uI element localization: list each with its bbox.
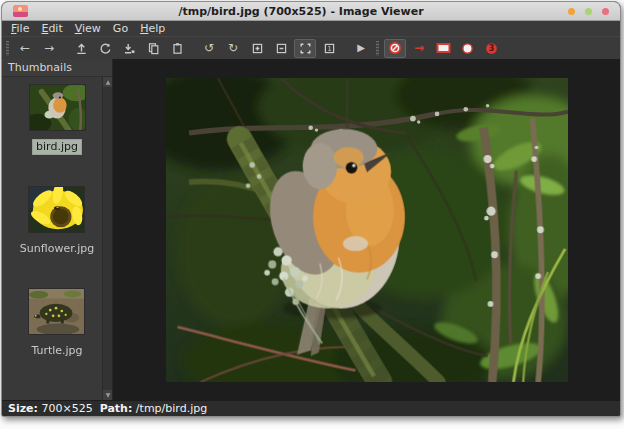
size-label: Size: [8, 402, 38, 415]
red-ellipse-icon [461, 42, 474, 55]
toolbar-grip[interactable] [6, 41, 9, 56]
zoom-original-icon: 1 [323, 42, 336, 55]
window-title: /tmp/bird.jpg (700x525) - Image Viewer [42, 5, 560, 18]
back-button[interactable]: ← [14, 39, 36, 58]
app-icon [13, 5, 28, 17]
thumbnails-sidebar: Thumbnails [2, 59, 113, 400]
red-arrow-icon: → [414, 42, 424, 54]
back-icon: ← [20, 42, 30, 54]
svg-text:1: 1 [327, 45, 331, 53]
forward-button[interactable]: → [38, 39, 60, 58]
path-label: Path: [100, 402, 133, 415]
thumbnail-list: bird.jpg [2, 76, 112, 400]
no-entry-icon [388, 41, 402, 55]
menu-help[interactable]: Help [134, 21, 171, 36]
red-rectangle-icon [436, 42, 451, 54]
zoom-out-icon [275, 42, 288, 55]
zoom-fit-icon [299, 42, 312, 55]
rotate-right-icon: ↻ [228, 42, 238, 54]
titlebar[interactable]: /tmp/bird.jpg (700x525) - Image Viewer [2, 2, 620, 21]
paste-icon [171, 42, 184, 55]
image-viewer-window: /tmp/bird.jpg (700x525) - Image Viewer F… [1, 1, 621, 417]
svg-text:3: 3 [488, 44, 494, 53]
thumb-label-bird[interactable]: bird.jpg [33, 140, 81, 154]
rotate-right-button[interactable]: ↻ [222, 39, 244, 58]
minimize-button[interactable] [568, 8, 575, 15]
rotate-left-icon: ↺ [204, 42, 214, 54]
list-item-sunflower[interactable]: Sunflower.jpg [17, 186, 97, 256]
reload-button[interactable] [94, 39, 116, 58]
annotations-off-button[interactable] [384, 39, 406, 58]
toolbar-grip-2[interactable] [376, 41, 379, 56]
maximize-button[interactable] [585, 8, 592, 15]
scroll-down-button[interactable]: ▼ [103, 390, 112, 400]
size-value: 700×525 [38, 402, 100, 415]
menubar: File Edit View Go Help [2, 21, 620, 36]
content-area: Thumbnails [2, 59, 620, 400]
zoom-out-button[interactable] [270, 39, 292, 58]
open-button[interactable] [70, 39, 92, 58]
list-item-bird[interactable]: bird.jpg [29, 84, 86, 154]
sunflower-thumbnail[interactable] [28, 186, 85, 233]
image-canvas[interactable] [113, 59, 620, 400]
menu-go[interactable]: Go [107, 21, 134, 36]
sidebar-scrollbar[interactable]: ▲ ▼ [102, 77, 112, 400]
zoom-in-icon [251, 42, 264, 55]
menu-view[interactable]: View [69, 21, 107, 36]
save-icon [123, 42, 136, 55]
thumb-label-sunflower[interactable]: Sunflower.jpg [17, 242, 97, 256]
count-badge-icon: 3 [485, 42, 498, 55]
sidebar-title: Thumbnails [2, 59, 112, 76]
zoom-in-button[interactable] [246, 39, 268, 58]
bird-thumbnail[interactable] [29, 84, 86, 131]
rotate-left-button[interactable]: ↺ [198, 39, 220, 58]
annotation-count-badge[interactable]: 3 [480, 39, 502, 58]
zoom-fit-button[interactable] [294, 39, 316, 58]
annotation-ellipse-button[interactable] [456, 39, 478, 58]
save-button[interactable] [118, 39, 140, 58]
reload-icon [99, 42, 112, 55]
zoom-original-button[interactable]: 1 [318, 39, 340, 58]
menu-edit[interactable]: Edit [35, 21, 68, 36]
annotation-rectangle-button[interactable] [432, 39, 454, 58]
slideshow-button[interactable]: ▶ [350, 39, 372, 58]
copy-button[interactable] [142, 39, 164, 58]
list-item-turtle[interactable]: Turtle.jpg [28, 288, 85, 358]
close-button[interactable] [602, 8, 609, 15]
thumb-label-turtle[interactable]: Turtle.jpg [28, 344, 85, 358]
copy-icon [147, 42, 160, 55]
play-icon: ▶ [357, 43, 365, 53]
path-value: /tmp/bird.jpg [132, 402, 207, 415]
forward-icon: → [44, 42, 54, 54]
paste-button[interactable] [166, 39, 188, 58]
window-controls [568, 8, 609, 15]
displayed-image [166, 78, 568, 382]
turtle-thumbnail[interactable] [28, 288, 85, 335]
scroll-up-button[interactable]: ▲ [103, 77, 112, 87]
statusbar: Size: 700×525 Path: /tmp/bird.jpg [2, 400, 620, 416]
toolbar: ← → [2, 36, 620, 59]
menu-file[interactable]: File [5, 21, 35, 36]
open-icon [75, 42, 88, 55]
annotation-arrow-button[interactable]: → [408, 39, 430, 58]
